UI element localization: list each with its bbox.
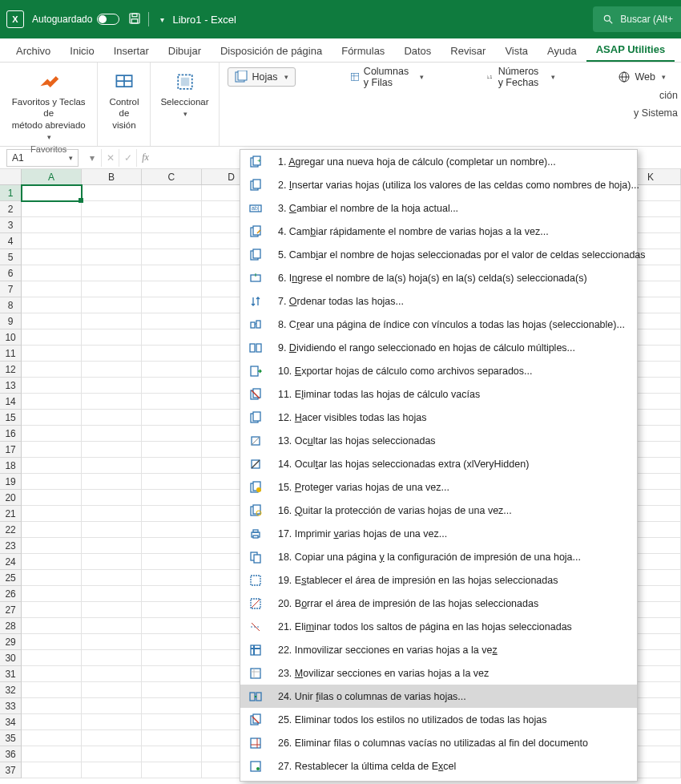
row-header[interactable]: 4 [0, 233, 22, 249]
row-header[interactable]: 13 [0, 378, 22, 394]
menu-item-18[interactable]: 18. Copiar una página y la configuración… [240, 545, 637, 568]
cell[interactable] [22, 474, 82, 490]
cell[interactable] [142, 746, 202, 762]
tab-ayuda[interactable]: Ayuda [538, 40, 586, 62]
cell[interactable] [142, 570, 202, 586]
menu-item-23[interactable]: 23. Movilizar secciones en varias hojas … [240, 661, 637, 685]
cell[interactable] [82, 746, 142, 762]
cell[interactable] [22, 233, 82, 249]
row-header[interactable]: 35 [0, 730, 22, 746]
cell[interactable] [142, 394, 202, 410]
cell[interactable] [82, 602, 142, 618]
menu-item-14[interactable]: 14. Ocultar las hojas seleccionadas extr… [240, 452, 637, 475]
cell[interactable] [22, 490, 82, 506]
row-header[interactable]: 19 [0, 474, 22, 490]
cell[interactable] [22, 666, 82, 682]
menu-item-13[interactable]: 13. Ocultar las hojas seleccionadas [240, 429, 637, 452]
autosave-control[interactable]: Autoguardado [32, 14, 119, 25]
menu-item-19[interactable]: 19. Establecer el área de impresión en l… [240, 568, 637, 592]
cancel-formula-icon[interactable]: ✕ [101, 149, 119, 167]
tab-inicio[interactable]: Inicio [60, 40, 103, 62]
cell[interactable] [22, 329, 82, 346]
tab-vista[interactable]: Vista [495, 40, 538, 62]
cell[interactable] [82, 538, 142, 554]
menu-item-25[interactable]: 25. Eliminar todos los estilos no utiliz… [240, 708, 637, 731]
cell[interactable] [82, 329, 142, 346]
row-header[interactable]: 15 [0, 410, 22, 426]
cell[interactable] [142, 442, 202, 458]
cell[interactable] [22, 682, 82, 698]
cell[interactable] [22, 442, 82, 458]
menu-item-27[interactable]: 27. Restablecer la última celda de Excel [240, 754, 637, 778]
cell[interactable] [142, 634, 202, 650]
cell[interactable] [142, 666, 202, 682]
menu-item-1[interactable]: + 1. Agregar una nueva hoja de cálculo (… [240, 150, 637, 173]
cell[interactable] [22, 201, 82, 217]
cell[interactable] [22, 297, 82, 313]
tab-disposición-de-página[interactable]: Disposición de página [211, 40, 332, 62]
menu-item-17[interactable]: 17. Imprimir varias hojas de una vez... [240, 522, 637, 545]
row-header[interactable]: 27 [0, 602, 22, 618]
cell[interactable] [22, 217, 82, 233]
name-box-caret-icon[interactable]: ▾ [69, 154, 73, 162]
cell[interactable] [142, 297, 202, 313]
cell[interactable] [82, 682, 142, 698]
menu-item-16[interactable]: 16. Quitar la protección de varias hojas… [240, 499, 637, 522]
cell[interactable] [142, 217, 202, 233]
cell[interactable] [82, 233, 142, 249]
row-header[interactable]: 10 [0, 329, 22, 346]
cell[interactable] [142, 362, 202, 378]
row-header[interactable]: 37 [0, 762, 22, 778]
cell[interactable] [22, 554, 82, 570]
cell[interactable] [82, 586, 142, 602]
col-header[interactable]: B [82, 169, 142, 184]
cell[interactable] [142, 730, 202, 746]
formula-dropdown-icon[interactable]: ▾ [83, 149, 101, 167]
hojas-menu-button[interactable]: Hojas▾ [228, 67, 296, 87]
menu-item-26[interactable]: 26. Eliminar filas o columnas vacías no … [240, 731, 637, 754]
cell[interactable] [142, 506, 202, 522]
row-header[interactable]: 1 [0, 185, 22, 201]
fx-icon[interactable]: fx [136, 149, 154, 167]
row-header[interactable]: 9 [0, 313, 22, 329]
cell[interactable] [22, 313, 82, 329]
col-header[interactable]: A [22, 169, 82, 184]
cell[interactable] [142, 329, 202, 346]
cell[interactable] [82, 634, 142, 650]
cell[interactable] [22, 714, 82, 730]
cell[interactable] [142, 233, 202, 249]
menu-item-2[interactable]: 2. Insertar varias hojas (utiliza los va… [240, 173, 637, 196]
cell[interactable] [22, 650, 82, 666]
menu-item-12[interactable]: 12. Hacer visibles todas las hojas [240, 406, 637, 429]
cell[interactable] [142, 474, 202, 490]
col-header[interactable]: C [142, 169, 202, 184]
cell[interactable] [142, 698, 202, 714]
cell[interactable] [22, 538, 82, 554]
cell[interactable] [82, 394, 142, 410]
cell[interactable] [82, 313, 142, 329]
row-header[interactable]: 23 [0, 538, 22, 554]
favoritos-button[interactable]: Favoritos y Teclas de método abreviado ▾ [10, 67, 87, 143]
tab-archivo[interactable]: Archivo [6, 40, 60, 62]
cell[interactable] [82, 426, 142, 442]
cell[interactable] [82, 650, 142, 666]
row-header[interactable]: 3 [0, 217, 22, 233]
cell[interactable] [22, 570, 82, 586]
accept-formula-icon[interactable]: ✓ [119, 149, 136, 167]
row-header[interactable]: 12 [0, 362, 22, 378]
cell[interactable] [82, 346, 142, 362]
row-header[interactable]: 5 [0, 249, 22, 265]
tab-asap-utilities[interactable]: ASAP Utilities [586, 38, 675, 62]
row-header[interactable]: 29 [0, 634, 22, 650]
autosave-toggle-icon[interactable] [97, 14, 119, 25]
cell[interactable] [82, 522, 142, 538]
row-header[interactable]: 25 [0, 570, 22, 586]
cell[interactable] [82, 666, 142, 682]
cell[interactable] [142, 586, 202, 602]
row-header[interactable]: 21 [0, 506, 22, 522]
cell[interactable] [82, 490, 142, 506]
cell[interactable] [82, 249, 142, 265]
menu-item-7[interactable]: 7. Ordenar todas las hojas... [240, 289, 637, 313]
menu-item-22[interactable]: 22. Inmovilizar secciones en varias hoja… [240, 638, 637, 661]
row-header[interactable]: 11 [0, 346, 22, 362]
